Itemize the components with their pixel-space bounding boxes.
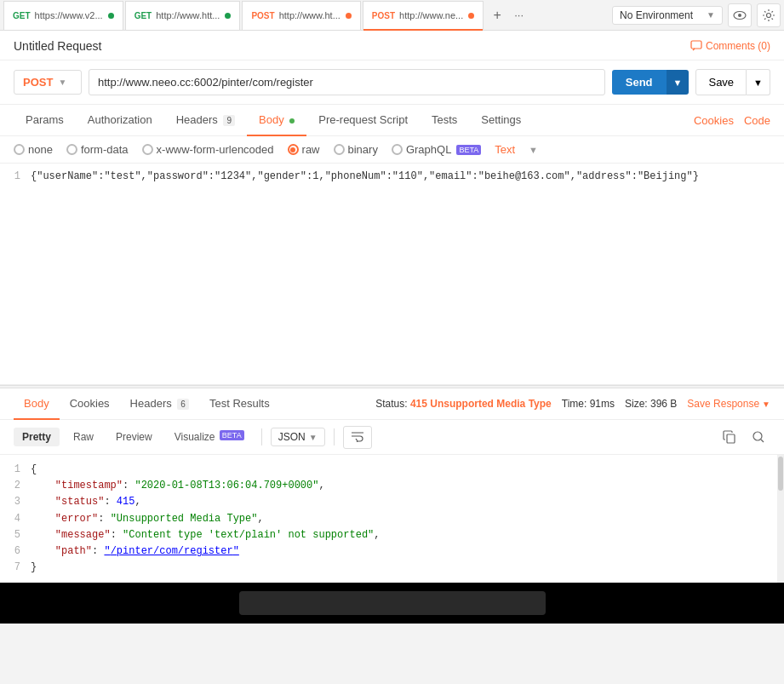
gear-icon [762, 9, 775, 22]
eye-button[interactable] [728, 3, 752, 27]
format-raw-button[interactable]: Raw [65, 428, 102, 446]
request-tab-1[interactable]: GET https://www.v2... [3, 1, 123, 30]
resp-line-3: 3 "status": 415, [0, 494, 784, 510]
method-badge-tab1: GET [13, 11, 31, 20]
save-dropdown-button[interactable]: ▼ [747, 69, 770, 95]
save-response-chevron: ▼ [762, 399, 770, 409]
format-divider [261, 428, 262, 445]
env-dropdown[interactable]: No Environment ▼ [612, 6, 723, 25]
tab-headers[interactable]: Headers 9 [164, 105, 247, 136]
tab-body[interactable]: Body [247, 105, 306, 136]
svg-point-1 [738, 14, 741, 17]
radio-none [14, 144, 25, 155]
tab-settings[interactable]: Settings [469, 105, 533, 136]
search-button[interactable] [747, 425, 770, 449]
resp-tab-headers[interactable]: Headers 6 [120, 388, 199, 420]
resp-status-bar: Status: 415 Unsupported Media Type Time:… [375, 398, 770, 410]
comments-icon [690, 40, 702, 52]
url-input[interactable] [89, 69, 605, 95]
resp-line-5: 5 "message": "Content type 'text/plain' … [0, 527, 784, 543]
tab-prerequest[interactable]: Pre-request Script [306, 105, 420, 136]
body-dot [289, 118, 295, 124]
tab-dot-4 [468, 13, 474, 19]
save-response-button[interactable]: Save Response ▼ [687, 398, 770, 410]
svg-rect-4 [727, 434, 735, 443]
response-format-bar: Pretty Raw Preview Visualize BETA JSON ▼ [0, 420, 784, 455]
more-tabs-button[interactable]: ··· [509, 9, 529, 21]
text-type-label[interactable]: Text [495, 143, 515, 156]
resp-linecontent-6: "path": "/pinter/com/register" [31, 543, 784, 560]
json-chevron-icon: ▼ [309, 433, 318, 442]
nav-tabs: Params Authorization Headers 9 Body Pre-… [0, 105, 784, 136]
radio-raw-inner [290, 147, 295, 152]
request-tab-3[interactable]: POST http://www.ht... [242, 1, 360, 30]
resp-linecontent-1: { [31, 462, 784, 478]
wrap-lines-button[interactable] [343, 426, 372, 449]
send-group: Send ▼ [612, 70, 690, 95]
option-graphql[interactable]: GraphQL BETA [392, 143, 481, 156]
method-badge-tab3: POST [251, 11, 274, 20]
response-scrollbar[interactable] [777, 455, 784, 583]
tab-url-3: http://www.ht... [279, 10, 340, 20]
search-icon [752, 430, 765, 444]
url-bar: POST ▼ Send ▼ Save ▼ [0, 60, 784, 105]
radio-raw [288, 144, 299, 155]
option-urlencoded[interactable]: x-www-form-urlencoded [142, 143, 274, 156]
svg-rect-3 [691, 41, 701, 49]
line-content-1: {"userName":"test","password":"1234","ge… [31, 170, 784, 182]
request-tab-2[interactable]: GET http://www.htt... [125, 1, 241, 30]
tab-params[interactable]: Params [14, 105, 76, 136]
resp-headers-badge: 6 [177, 399, 189, 410]
option-none[interactable]: none [14, 143, 53, 156]
resp-linecontent-5: "message": "Content type 'text/plain' no… [31, 527, 784, 543]
code-editor[interactable]: 1 {"userName":"test","password":"1234","… [0, 164, 784, 385]
text-type-chevron[interactable]: ▼ [529, 145, 538, 155]
resp-linenum-3: 3 [0, 494, 31, 510]
save-group: Save ▼ [695, 69, 770, 95]
send-dropdown-button[interactable]: ▼ [667, 70, 690, 95]
settings-button[interactable] [757, 3, 781, 27]
resp-linecontent-3: "status": 415, [31, 494, 784, 510]
save-button[interactable]: Save [695, 69, 747, 95]
json-format-dropdown[interactable]: JSON ▼ [271, 428, 325, 446]
request-title: Untitled Request [14, 39, 102, 53]
option-raw[interactable]: raw [288, 143, 320, 156]
cookies-link[interactable]: Cookies [694, 114, 734, 127]
copy-button[interactable] [718, 425, 741, 449]
send-button[interactable]: Send [612, 70, 667, 95]
resp-tab-testresults[interactable]: Test Results [199, 388, 280, 420]
resp-tab-cookies[interactable]: Cookies [60, 388, 120, 420]
resp-linecontent-4: "error": "Unsupported Media Type", [31, 511, 784, 527]
request-tab-4[interactable]: POST http://www.ne... [363, 1, 484, 30]
resp-linecontent-7: } [31, 560, 784, 576]
format-preview-button[interactable]: Preview [107, 428, 161, 446]
tab-url-4: http://www.ne... [399, 10, 463, 20]
bottom-input[interactable] [239, 591, 546, 615]
tab-url-1: https://www.v2... [35, 10, 103, 20]
comments-button[interactable]: Comments (0) [690, 40, 770, 52]
format-visualize-button[interactable]: Visualize BETA [166, 428, 253, 446]
env-label: No Environment [620, 9, 693, 21]
tab-tests[interactable]: Tests [420, 105, 469, 136]
option-form-data[interactable]: form-data [66, 143, 129, 156]
resp-linenum-7: 7 [0, 560, 31, 576]
status-code: 415 Unsupported Media Type [410, 398, 552, 410]
resp-status-text: Status: 415 Unsupported Media Type [375, 398, 552, 410]
new-tab-button[interactable]: + [485, 3, 509, 27]
method-selector[interactable]: POST ▼ [14, 70, 82, 95]
tab-authorization[interactable]: Authorization [76, 105, 164, 136]
nav-right-links: Cookies Code [694, 114, 770, 127]
resp-line-1: 1 { [0, 462, 784, 478]
method-badge-tab2: GET [134, 11, 152, 20]
format-pretty-button[interactable]: Pretty [14, 428, 60, 446]
method-badge-tab4: POST [372, 11, 395, 20]
resp-tab-body[interactable]: Body [14, 388, 60, 420]
scrollbar-thumb [778, 457, 783, 491]
resp-linecontent-2: "timestamp": "2020-01-08T13:06:04.709+00… [31, 478, 784, 494]
resp-line-7: 7 } [0, 560, 784, 576]
option-binary[interactable]: binary [334, 143, 378, 156]
status-label: Status: [375, 398, 410, 410]
graphql-beta-badge: BETA [456, 145, 481, 155]
radio-urlencoded [142, 144, 153, 155]
code-link[interactable]: Code [744, 114, 770, 127]
